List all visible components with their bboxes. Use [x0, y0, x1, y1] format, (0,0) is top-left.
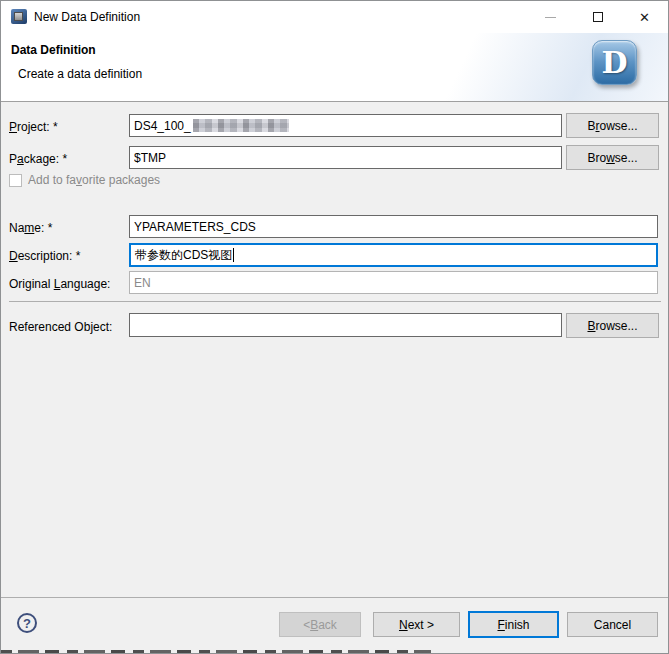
referenced-object-label: Referenced Object:	[9, 320, 112, 334]
description-label: Description: *	[9, 249, 80, 263]
dialog-window-icon-inner	[14, 12, 23, 21]
project-browse-button[interactable]: Browse...	[566, 113, 659, 138]
package-label: Package: *	[9, 152, 67, 166]
window-title: New Data Definition	[34, 10, 140, 24]
minimize-icon	[545, 17, 556, 18]
project-value: DS4_100_	[134, 119, 191, 133]
footer-separator	[1, 597, 669, 598]
back-button: < Back	[279, 612, 361, 637]
package-browse-button[interactable]: Browse...	[566, 145, 659, 170]
name-input[interactable]	[129, 215, 658, 238]
referenced-object-browse-button[interactable]: Browse...	[566, 313, 659, 338]
help-button[interactable]: ?	[17, 613, 37, 633]
finish-button[interactable]: Finish	[468, 611, 559, 638]
package-input[interactable]	[129, 146, 562, 169]
data-definition-icon-letter: D	[601, 45, 627, 80]
description-value: 带参数的CDS视图	[135, 247, 232, 264]
original-language-label: Original Language:	[9, 277, 110, 291]
cancel-button[interactable]: Cancel	[567, 612, 658, 637]
window-controls: ✕	[527, 1, 668, 33]
new-data-definition-dialog: New Data Definition ✕ Data Definition Cr…	[0, 0, 669, 654]
background-window-artifact	[1, 650, 431, 653]
favorite-packages-row: Add to favorite packages	[9, 173, 160, 187]
dialog-window-icon	[11, 9, 27, 24]
project-label: Project: *	[9, 120, 58, 134]
close-icon: ✕	[639, 11, 650, 24]
project-input[interactable]: DS4_100_	[129, 114, 562, 137]
text-caret	[233, 248, 234, 262]
wizard-title: Data Definition	[11, 43, 96, 57]
wizard-subtitle: Create a data definition	[18, 67, 142, 81]
favorite-packages-checkbox[interactable]	[9, 174, 22, 187]
favorite-packages-label: Add to favorite packages	[28, 173, 160, 187]
referenced-object-separator	[9, 301, 661, 302]
maximize-icon	[593, 12, 603, 22]
name-label: Name: *	[9, 221, 52, 235]
maximize-button[interactable]	[574, 1, 621, 33]
description-input[interactable]: 带参数的CDS视图	[129, 243, 658, 267]
data-definition-icon: D	[592, 40, 637, 85]
next-button[interactable]: Next >	[373, 612, 460, 637]
project-value-redacted	[193, 119, 289, 132]
original-language-input: EN	[129, 271, 658, 294]
title-bar[interactable]: New Data Definition ✕	[1, 1, 668, 33]
referenced-object-input[interactable]	[129, 313, 562, 337]
wizard-header: Data Definition Create a data definition…	[1, 33, 668, 102]
close-button[interactable]: ✕	[621, 1, 668, 33]
minimize-button[interactable]	[527, 1, 574, 33]
original-language-value: EN	[134, 276, 151, 290]
